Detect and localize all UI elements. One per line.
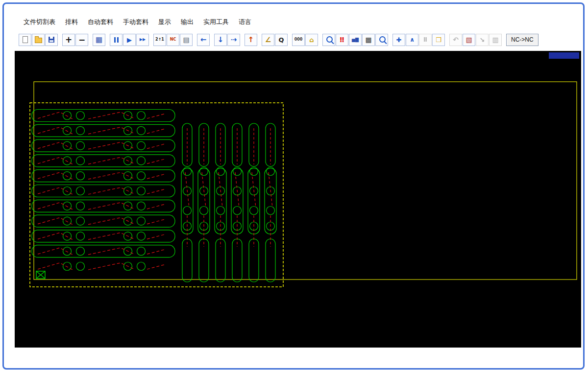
menu-item-output[interactable]: 输出 [176,17,198,27]
rapid-path [88,263,134,270]
arrow-down-button[interactable]: ↓ [214,34,227,46]
menu-item-manual-nest[interactable]: 手动套料 [118,17,153,27]
rapid-path [147,204,166,209]
rapid-path [147,144,166,149]
image-button[interactable]: ▩ [362,34,375,46]
rapid-path [38,218,73,225]
part-finger-bottom [199,239,209,282]
chart-button[interactable]: ▅▇ [349,34,362,46]
save-disk-icon [49,37,54,43]
pan-button[interactable]: ✚ [392,34,405,46]
rapid-path [88,233,134,239]
nc-code-icon: NC [170,38,176,42]
open-folder-icon [35,38,42,43]
menu-item-display[interactable]: 显示 [153,17,176,27]
part-hole [76,262,85,271]
part-column [248,168,260,234]
zoom-magnifier-icon [379,36,386,43]
part-hole [217,207,225,215]
part-hole [137,157,146,165]
bridge-button[interactable]: Ⅱ [419,34,432,46]
menu-item-auto-nest[interactable]: 自动套料 [83,17,118,27]
arrow-down-icon: ↓ [218,36,224,44]
arrow-left-button[interactable]: ← [197,34,210,46]
part-hole [63,232,72,240]
zoom-window-button[interactable] [375,34,388,46]
undo-button[interactable]: ↶ [449,34,462,46]
toolbar-separator [58,32,62,47]
print-button[interactable]: ▤ [180,34,193,46]
sort-order-button[interactable]: 2↑1 [153,34,166,46]
part-hole [76,126,85,135]
nc-to-nc-button[interactable]: NC->NC [506,34,539,46]
rapid-path [147,174,166,179]
part-hole [137,232,146,240]
rapid-path [88,248,134,255]
toolbar-separator [288,32,292,47]
rapid-path [147,219,166,224]
part-hole [137,141,146,150]
nc-code-button[interactable]: NC [167,34,179,46]
stats-button[interactable]: ▥ [489,34,502,46]
part-hole [137,262,146,271]
grid-button[interactable]: ▦ [93,34,105,46]
toolbar-separator [241,32,245,47]
collision-check-button[interactable]: ‼ [336,34,348,46]
part-hole [76,232,85,240]
part-hole [76,172,85,180]
part-hole [76,141,85,150]
measure-angle-icon: ∠ [265,36,271,43]
rapid-path [88,187,134,194]
menu-item-utilities[interactable]: 实用工具 [198,17,234,27]
part-hole [63,157,72,165]
plus-cross-icon: + [65,36,72,44]
menu-item-language[interactable]: 语言 [234,17,256,27]
nc-report-button[interactable]: ▧ [463,34,475,46]
dimension-button[interactable]: 000 [292,34,305,46]
inspect-button[interactable] [322,34,335,46]
toolbar-separator [445,32,449,47]
part-column [181,168,193,234]
package-button[interactable]: ❒ [432,34,445,46]
nc-chart-icon: ▧ [466,36,472,43]
measure-step-button[interactable]: ∠ [262,34,274,46]
stats-chart-icon: ▥ [492,36,498,43]
save-button[interactable] [45,34,58,46]
fast-forward-icon: ▶▶ [140,38,146,42]
rapid-path [38,127,73,134]
new-file-button[interactable] [19,34,31,46]
fast-forward-button[interactable]: ▶▶ [136,34,149,46]
rapid-path [147,264,166,269]
part-hole [137,217,146,225]
part-hole [76,202,85,210]
polyline-icon: ∧ [410,37,415,43]
menu-item-nesting[interactable]: 排料 [60,17,83,27]
open-file-button[interactable] [32,34,45,46]
arrow-right-button[interactable]: ⇢ [227,34,240,46]
menu-item-file-cutting-table[interactable]: 文件切割表 [19,17,60,27]
play-button[interactable]: ▶ [123,34,136,46]
pause-button[interactable] [110,34,122,46]
part-finger-bottom [266,239,275,282]
minus-button[interactable]: − [75,34,88,46]
curve-button[interactable]: ∧ [406,34,418,46]
part-hole [183,207,192,215]
nc-export-button[interactable]: ↘ [476,34,489,46]
part-hole [267,207,275,215]
rotate-q-button[interactable]: Q [275,34,288,46]
rapid-path [219,172,222,208]
cross-button[interactable]: + [62,34,75,46]
lead-in-button[interactable]: ⌂ [305,34,318,46]
part-hole [76,247,85,256]
rapid-path [147,189,166,194]
rapid-path [38,233,73,239]
part-column [198,168,210,234]
arrow-up-button[interactable]: ↑ [245,34,257,46]
play-icon: ▶ [127,37,132,43]
toolbar-separator [502,32,506,47]
arrow-right-dashed-icon: ⇢ [231,36,237,44]
rapid-path [147,114,166,118]
drawing-canvas[interactable] [15,51,581,348]
toolbar-separator [106,32,110,47]
sheet-indicator [549,52,579,59]
